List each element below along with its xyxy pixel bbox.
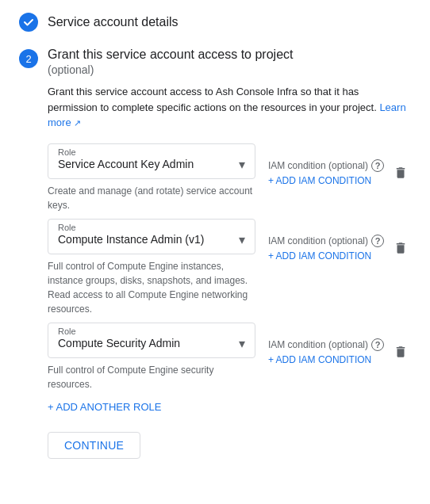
iam-condition-col-2: IAM condition (optional) ? + ADD IAM CON… (268, 235, 384, 262)
iam-condition-col-3: IAM condition (optional) ? + ADD IAM CON… (268, 338, 384, 365)
role-left-2: Role Compute Instance Admin (v1) ▾ Full … (48, 219, 255, 316)
role-description-1: Create and manage (and rotate) service a… (48, 184, 255, 212)
add-iam-btn-1[interactable]: + ADD IAM CONDITION (268, 175, 384, 186)
iam-condition-label-3: IAM condition (optional) ? (268, 338, 384, 351)
delete-role-icon-2[interactable] (390, 238, 411, 262)
step1-title: Service account details (48, 15, 179, 29)
add-iam-btn-3[interactable]: + ADD IAM CONDITION (268, 354, 384, 365)
iam-help-icon-3[interactable]: ? (371, 338, 384, 351)
step2-subtitle: (optional) (48, 63, 411, 76)
iam-condition-label-2: IAM condition (optional) ? (268, 235, 384, 247)
role-description-3: Full control of Compute Engine security … (48, 363, 255, 391)
step2-line-col: 2 (19, 48, 38, 459)
step2-title: Grant this service account access to pro… (48, 48, 411, 62)
role-value-1: Service Account Key Admin (58, 158, 194, 170)
iam-help-icon-1[interactable]: ? (371, 159, 384, 172)
iam-condition-label-1: IAM condition (optional) ? (268, 159, 384, 172)
role-value-2: Compute Instance Admin (v1) (58, 233, 204, 246)
iam-help-icon-2[interactable]: ? (371, 235, 384, 247)
add-another-role-btn[interactable]: + ADD ANOTHER ROLE (48, 401, 411, 413)
continue-button[interactable]: CONTINUE (48, 432, 140, 459)
step2-content: Grant this service account access to pro… (48, 48, 411, 459)
iam-condition-text-2: IAM condition (optional) (268, 235, 368, 246)
step2-description: Grant this service account access to Ash… (48, 84, 411, 131)
role-right-1: IAM condition (optional) ? + ADD IAM CON… (268, 143, 411, 187)
role-legend-2: Role (55, 223, 245, 232)
role-legend-1: Role (55, 147, 245, 157)
role-row-1: Role Service Account Key Admin ▾ Create … (48, 143, 411, 212)
role-row-2: Role Compute Instance Admin (v1) ▾ Full … (48, 219, 411, 316)
role-description-2: Full control of Compute Engine instances… (48, 259, 255, 316)
delete-role-icon-1[interactable] (390, 162, 411, 187)
role-dropdown-icon-2[interactable]: ▾ (239, 232, 245, 247)
role-select-row-2[interactable]: Compute Instance Admin (v1) ▾ (58, 232, 245, 247)
iam-condition-text-1: IAM condition (optional) (268, 160, 368, 171)
step2-desc-text: Grant this service account access to Ash… (48, 86, 377, 113)
step1-header: Service account details (19, 13, 411, 32)
role-left-1: Role Service Account Key Admin ▾ Create … (48, 143, 255, 212)
delete-role-icon-3[interactable] (390, 342, 411, 366)
role-legend-3: Role (55, 326, 245, 336)
role-fieldset-3: Role Compute Security Admin ▾ (48, 323, 255, 358)
step2-number: 2 (19, 49, 38, 68)
role-fieldset-1: Role Service Account Key Admin ▾ (48, 143, 255, 179)
role-right-2: IAM condition (optional) ? + ADD IAM CON… (268, 219, 411, 262)
iam-condition-col-1: IAM condition (optional) ? + ADD IAM CON… (268, 159, 384, 186)
iam-condition-text-3: IAM condition (optional) (268, 339, 368, 350)
role-row-3: Role Compute Security Admin ▾ Full contr… (48, 323, 411, 391)
role-dropdown-icon-3[interactable]: ▾ (239, 336, 245, 351)
role-select-row-1[interactable]: Service Account Key Admin ▾ (58, 157, 245, 172)
role-select-row-3[interactable]: Compute Security Admin ▾ (58, 336, 245, 351)
step2-section: 2 Grant this service account access to p… (19, 48, 411, 459)
role-value-3: Compute Security Admin (58, 337, 180, 349)
add-iam-btn-2[interactable]: + ADD IAM CONDITION (268, 250, 384, 262)
role-right-3: IAM condition (optional) ? + ADD IAM CON… (268, 323, 411, 366)
role-dropdown-icon-1[interactable]: ▾ (239, 157, 245, 172)
external-link-icon: ↗ (74, 118, 81, 128)
role-fieldset-2: Role Compute Instance Admin (v1) ▾ (48, 219, 255, 254)
step1-check-icon (19, 13, 38, 32)
role-left-3: Role Compute Security Admin ▾ Full contr… (48, 323, 255, 391)
